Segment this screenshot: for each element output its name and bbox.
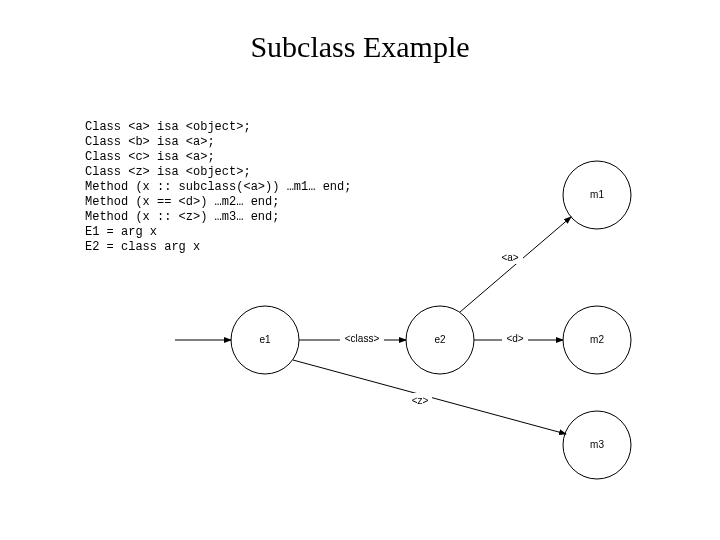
node-e1: e1: [231, 306, 299, 374]
node-m1-label: m1: [590, 189, 604, 200]
node-e2: e2: [406, 306, 474, 374]
node-m3: m3: [563, 411, 631, 479]
edge-e1-m3-label: <z>: [412, 395, 429, 406]
node-m2-label: m2: [590, 334, 604, 345]
edge-e2-m1-label: <a>: [501, 252, 518, 263]
edge-e2-m2-label: <d>: [506, 333, 523, 344]
node-e1-label: e1: [259, 334, 271, 345]
edge-e2-m1: [460, 217, 571, 312]
edge-e1-e2-label: <class>: [345, 333, 380, 344]
dispatch-graph: e1 e2 m1 m2 m3 <class> <a>: [0, 0, 720, 540]
node-e2-label: e2: [434, 334, 446, 345]
node-m2: m2: [563, 306, 631, 374]
node-m1: m1: [563, 161, 631, 229]
node-m3-label: m3: [590, 439, 604, 450]
